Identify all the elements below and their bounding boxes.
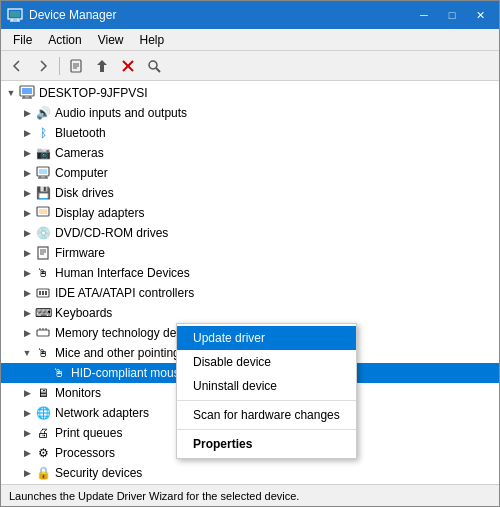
back-icon — [10, 59, 24, 73]
context-menu-properties[interactable]: Properties — [177, 432, 356, 456]
print-expander[interactable]: ▶ — [19, 425, 35, 441]
scan-button[interactable] — [142, 54, 166, 78]
menu-file[interactable]: File — [5, 31, 40, 49]
uninstall-icon — [121, 59, 135, 73]
security-icon: 🔒 — [35, 465, 51, 481]
tree-item-dvd[interactable]: ▶ 💿 DVD/CD-ROM drives — [1, 223, 499, 243]
close-button[interactable]: ✕ — [467, 5, 493, 25]
maximize-button[interactable]: □ — [439, 5, 465, 25]
hid-label: Human Interface Devices — [55, 266, 190, 280]
tree-item-ide[interactable]: ▶ IDE ATA/ATAPI controllers — [1, 283, 499, 303]
computer-expander[interactable]: ▶ — [19, 165, 35, 181]
network-expander[interactable]: ▶ — [19, 405, 35, 421]
uninstall-button[interactable] — [116, 54, 140, 78]
menu-help[interactable]: Help — [132, 31, 173, 49]
menu-action[interactable]: Action — [40, 31, 89, 49]
title-bar: Device Manager ─ □ ✕ — [1, 1, 499, 29]
svg-rect-15 — [22, 88, 32, 94]
svg-rect-31 — [39, 291, 41, 295]
cameras-icon: 📷 — [35, 145, 51, 161]
monitors-expander[interactable]: ▶ — [19, 385, 35, 401]
context-menu-disable-device[interactable]: Disable device — [177, 350, 356, 374]
disk-label: Disk drives — [55, 186, 114, 200]
display-expander[interactable]: ▶ — [19, 205, 35, 221]
svg-rect-25 — [39, 209, 47, 214]
ide-expander[interactable]: ▶ — [19, 285, 35, 301]
toolbar — [1, 51, 499, 81]
security-label: Security devices — [55, 466, 142, 480]
disk-icon: 💾 — [35, 185, 51, 201]
svg-rect-34 — [37, 330, 49, 336]
dvd-expander[interactable]: ▶ — [19, 225, 35, 241]
tree-item-disk[interactable]: ▶ 💾 Disk drives — [1, 183, 499, 203]
tree-root[interactable]: ▼ DESKTOP-9JFPVSI — [1, 83, 499, 103]
context-menu-scan[interactable]: Scan for hardware changes — [177, 403, 356, 427]
cameras-expander[interactable]: ▶ — [19, 145, 35, 161]
svg-rect-33 — [45, 291, 47, 295]
dvd-label: DVD/CD-ROM drives — [55, 226, 168, 240]
firmware-expander[interactable]: ▶ — [19, 245, 35, 261]
tree-item-software[interactable]: ▶ Software devices — [1, 483, 499, 484]
context-menu-update-driver[interactable]: Update driver — [177, 326, 356, 350]
window-title: Device Manager — [29, 8, 116, 22]
hid-mouse-label: HID-compliant mouse — [71, 366, 186, 380]
memory-expander[interactable]: ▶ — [19, 325, 35, 341]
bluetooth-label: Bluetooth — [55, 126, 106, 140]
status-text: Launches the Update Driver Wizard for th… — [9, 490, 299, 502]
disk-expander[interactable]: ▶ — [19, 185, 35, 201]
tree-item-audio[interactable]: ▶ 🔊 Audio inputs and outputs — [1, 103, 499, 123]
dvd-icon: 💿 — [35, 225, 51, 241]
minimize-button[interactable]: ─ — [411, 5, 437, 25]
network-icon: 🌐 — [35, 405, 51, 421]
svg-rect-26 — [38, 247, 48, 259]
security-expander[interactable]: ▶ — [19, 465, 35, 481]
audio-expander[interactable]: ▶ — [19, 105, 35, 121]
hid-mouse-icon: 🖱 — [51, 365, 67, 381]
context-menu-uninstall-device[interactable]: Uninstall device — [177, 374, 356, 398]
firmware-label: Firmware — [55, 246, 105, 260]
computer-device-icon — [35, 165, 51, 181]
hid-icon: 🖱 — [35, 265, 51, 281]
toolbar-sep-1 — [59, 57, 60, 75]
menu-bar: File Action View Help — [1, 29, 499, 51]
hid-expander[interactable]: ▶ — [19, 265, 35, 281]
mice-expander[interactable]: ▼ — [19, 345, 35, 361]
bluetooth-expander[interactable]: ▶ — [19, 125, 35, 141]
tree-item-bluetooth[interactable]: ▶ ᛒ Bluetooth — [1, 123, 499, 143]
processors-expander[interactable]: ▶ — [19, 445, 35, 461]
tree-item-cameras[interactable]: ▶ 📷 Cameras — [1, 143, 499, 163]
audio-icon: 🔊 — [35, 105, 51, 121]
menu-view[interactable]: View — [90, 31, 132, 49]
svg-rect-20 — [39, 169, 47, 174]
audio-label: Audio inputs and outputs — [55, 106, 187, 120]
keyboards-expander[interactable]: ▶ — [19, 305, 35, 321]
properties-button[interactable] — [64, 54, 88, 78]
computer-icon — [19, 85, 35, 101]
display-icon — [35, 205, 51, 221]
svg-point-12 — [149, 61, 157, 69]
context-menu-sep-1 — [177, 400, 356, 401]
processors-icon: ⚙ — [35, 445, 51, 461]
cameras-label: Cameras — [55, 146, 104, 160]
tree-item-security[interactable]: ▶ 🔒 Security devices — [1, 463, 499, 483]
app-icon — [7, 7, 23, 23]
memory-icon — [35, 325, 51, 341]
window-controls: ─ □ ✕ — [411, 5, 493, 25]
title-bar-left: Device Manager — [7, 7, 116, 23]
forward-button[interactable] — [31, 54, 55, 78]
properties-icon — [69, 59, 83, 73]
svg-rect-32 — [42, 291, 44, 295]
scan-icon — [147, 59, 161, 73]
root-expander[interactable]: ▼ — [3, 85, 19, 101]
tree-item-hid[interactable]: ▶ 🖱 Human Interface Devices — [1, 263, 499, 283]
tree-item-firmware[interactable]: ▶ Firmware — [1, 243, 499, 263]
back-button[interactable] — [5, 54, 29, 78]
tree-item-keyboards[interactable]: ▶ ⌨ Keyboards — [1, 303, 499, 323]
update-driver-icon — [95, 59, 109, 73]
ide-label: IDE ATA/ATAPI controllers — [55, 286, 194, 300]
tree-item-display[interactable]: ▶ Display adapters — [1, 203, 499, 223]
tree-item-computer[interactable]: ▶ Computer — [1, 163, 499, 183]
update-driver-button[interactable] — [90, 54, 114, 78]
print-label: Print queues — [55, 426, 122, 440]
hid-mouse-expander — [35, 365, 51, 381]
